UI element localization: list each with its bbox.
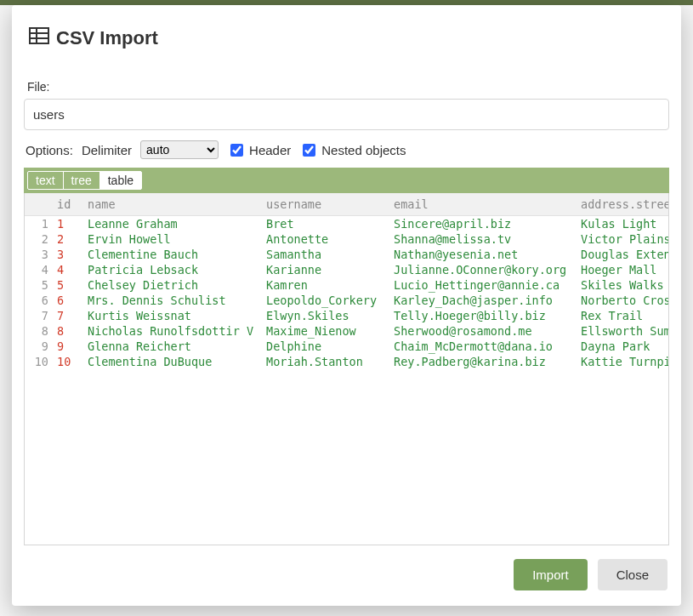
- cell[interactable]: Douglas Extension: [577, 247, 669, 262]
- file-label: File:: [24, 65, 669, 99]
- row-number: 5: [25, 277, 54, 293]
- column-header[interactable]: id: [54, 193, 84, 216]
- cell[interactable]: Delphine: [263, 339, 390, 354]
- cell[interactable]: Rey.Padberg@karina.biz: [390, 354, 577, 369]
- nested-text: Nested objects: [321, 143, 406, 157]
- cell[interactable]: Sincere@april.biz: [390, 216, 577, 231]
- column-header[interactable]: address.street: [577, 193, 669, 216]
- row-number: 1: [25, 216, 54, 231]
- tab-tree[interactable]: tree: [63, 171, 100, 190]
- cell[interactable]: 10: [54, 354, 84, 369]
- row-number: 9: [25, 339, 54, 354]
- cell[interactable]: Chelsey Dietrich: [84, 277, 263, 293]
- cell[interactable]: Kurtis Weissnat: [84, 308, 263, 323]
- cell[interactable]: Nathan@yesenia.net: [390, 247, 577, 262]
- cell[interactable]: Kulas Light: [577, 216, 669, 231]
- modal-header: CSV Import: [12, 5, 681, 58]
- view-tabs: text tree table: [24, 168, 669, 193]
- cell[interactable]: Moriah.Stanton: [263, 354, 390, 369]
- cell[interactable]: Antonette: [263, 231, 390, 247]
- nested-checkbox[interactable]: [303, 144, 315, 157]
- cell[interactable]: 7: [54, 308, 84, 323]
- options-label: Options:: [26, 143, 73, 157]
- cell[interactable]: Lucio_Hettinger@annie.ca: [390, 277, 577, 293]
- cell[interactable]: Rex Trail: [577, 308, 669, 323]
- cell[interactable]: 1: [54, 216, 84, 231]
- header-checkbox[interactable]: [230, 144, 243, 157]
- cell[interactable]: Mrs. Dennis Schulist: [84, 293, 263, 308]
- cell[interactable]: 6: [54, 293, 84, 308]
- cell[interactable]: Leanne Graham: [84, 216, 263, 231]
- nested-checkbox-label[interactable]: Nested objects: [299, 141, 406, 159]
- cell[interactable]: Samantha: [263, 247, 390, 262]
- cell[interactable]: Kattie Turnpike: [577, 354, 669, 369]
- cell[interactable]: 5: [54, 277, 84, 293]
- column-header[interactable]: email: [390, 193, 577, 216]
- cell[interactable]: Karley_Dach@jasper.info: [390, 293, 577, 308]
- cell[interactable]: Telly.Hoeger@billy.biz: [390, 308, 577, 323]
- row-number: 10: [25, 354, 54, 369]
- tab-table[interactable]: table: [99, 171, 142, 190]
- cell[interactable]: Ervin Howell: [84, 231, 263, 247]
- cell[interactable]: Karianne: [263, 262, 390, 277]
- cell[interactable]: Maxime_Nienow: [263, 323, 390, 339]
- delimiter-label: Delimiter: [82, 143, 132, 157]
- cell[interactable]: Clementina DuBuque: [84, 354, 263, 369]
- cell[interactable]: Norberto Crossing: [577, 293, 669, 308]
- cell[interactable]: Glenna Reichert: [84, 339, 263, 354]
- cell[interactable]: 2: [54, 231, 84, 247]
- cell[interactable]: Shanna@melissa.tv: [390, 231, 577, 247]
- column-header[interactable]: name: [84, 193, 263, 216]
- row-number: 4: [25, 262, 54, 277]
- cell[interactable]: Elwyn.Skiles: [263, 308, 390, 323]
- row-number: 8: [25, 323, 54, 339]
- row-number: 2: [25, 231, 54, 247]
- cell[interactable]: Nicholas Runolfsdottir V: [84, 323, 263, 339]
- tab-text[interactable]: text: [27, 171, 64, 190]
- cell[interactable]: Hoeger Mall: [577, 262, 669, 277]
- cell[interactable]: Leopoldo_Corkery: [263, 293, 390, 308]
- cell[interactable]: 8: [54, 323, 84, 339]
- file-input[interactable]: [24, 99, 669, 130]
- preview-grid[interactable]: idnameusernameemailaddress.street11Leann…: [24, 193, 669, 545]
- row-number: 3: [25, 247, 54, 262]
- import-button[interactable]: Import: [514, 559, 588, 590]
- cell[interactable]: Julianne.OConner@kory.org: [390, 262, 577, 277]
- modal-title: CSV Import: [56, 27, 158, 49]
- row-number: 7: [25, 308, 54, 323]
- close-button[interactable]: Close: [598, 559, 667, 590]
- cell[interactable]: Chaim_McDermott@dana.io: [390, 339, 577, 354]
- row-number: 6: [25, 293, 54, 308]
- cell[interactable]: Patricia Lebsack: [84, 262, 263, 277]
- table-icon: [29, 27, 49, 49]
- cell[interactable]: Ellsworth Summit: [577, 323, 669, 339]
- cell[interactable]: Dayna Park: [577, 339, 669, 354]
- header-text: Header: [249, 143, 291, 157]
- csv-import-modal: CSV Import File: Options: Delimiter auto…: [12, 5, 681, 606]
- modal-footer: Import Close: [12, 545, 681, 606]
- header-checkbox-label[interactable]: Header: [227, 141, 291, 159]
- cell[interactable]: Bret: [263, 216, 390, 231]
- cell[interactable]: Victor Plains: [577, 231, 669, 247]
- cell[interactable]: Sherwood@rosamond.me: [390, 323, 577, 339]
- column-header[interactable]: username: [263, 193, 390, 216]
- cell[interactable]: Skiles Walks: [577, 277, 669, 293]
- cell[interactable]: Clementine Bauch: [84, 247, 263, 262]
- cell[interactable]: 4: [54, 262, 84, 277]
- cell[interactable]: 9: [54, 339, 84, 354]
- cell[interactable]: Kamren: [263, 277, 390, 293]
- delimiter-select[interactable]: auto,;\t|: [140, 140, 219, 159]
- cell[interactable]: 3: [54, 247, 84, 262]
